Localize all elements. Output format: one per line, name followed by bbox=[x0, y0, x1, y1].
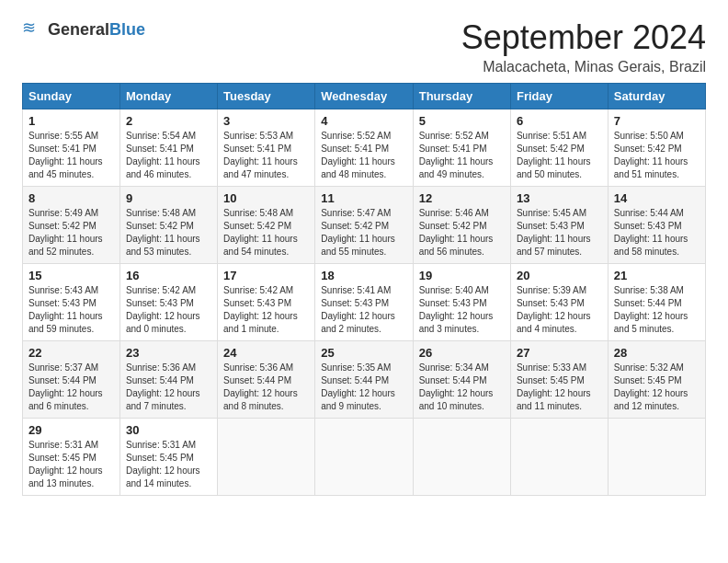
day-info: Sunrise: 5:34 AMSunset: 5:44 PMDaylight:… bbox=[419, 362, 505, 413]
calendar-cell: 20 Sunrise: 5:39 AMSunset: 5:43 PMDaylig… bbox=[510, 264, 608, 341]
weekday-header-monday: Monday bbox=[120, 84, 218, 109]
day-number: 15 bbox=[28, 269, 114, 282]
day-info: Sunrise: 5:42 AMSunset: 5:43 PMDaylight:… bbox=[223, 284, 309, 336]
calendar-cell: 12 Sunrise: 5:46 AMSunset: 5:42 PMDaylig… bbox=[413, 187, 510, 264]
calendar-cell: 1 Sunrise: 5:55 AMSunset: 5:41 PMDayligh… bbox=[23, 109, 120, 187]
weekday-header-sunday: Sunday bbox=[23, 84, 120, 109]
day-info: Sunrise: 5:32 AMSunset: 5:45 PMDaylight:… bbox=[614, 362, 700, 413]
day-number: 10 bbox=[223, 191, 309, 205]
calendar-cell: 21 Sunrise: 5:38 AMSunset: 5:44 PMDaylig… bbox=[608, 264, 705, 341]
calendar-week-row: 1 Sunrise: 5:55 AMSunset: 5:41 PMDayligh… bbox=[23, 109, 706, 187]
calendar-cell: 19 Sunrise: 5:40 AMSunset: 5:43 PMDaylig… bbox=[413, 264, 510, 341]
month-title: September 2024 bbox=[461, 18, 706, 57]
day-number: 27 bbox=[517, 346, 602, 360]
calendar-week-row: 29 Sunrise: 5:31 AMSunset: 5:45 PMDaylig… bbox=[23, 419, 706, 496]
calendar-week-row: 15 Sunrise: 5:43 AMSunset: 5:43 PMDaylig… bbox=[23, 264, 706, 341]
logo: ≋ GeneralBlue bbox=[22, 18, 145, 40]
day-info: Sunrise: 5:51 AMSunset: 5:42 PMDaylight:… bbox=[517, 130, 602, 181]
calendar-cell: 25 Sunrise: 5:35 AMSunset: 5:44 PMDaylig… bbox=[315, 341, 414, 419]
day-number: 6 bbox=[517, 114, 602, 128]
calendar-cell: 6 Sunrise: 5:51 AMSunset: 5:42 PMDayligh… bbox=[510, 109, 608, 187]
day-number: 13 bbox=[517, 191, 602, 205]
calendar-cell: 23 Sunrise: 5:36 AMSunset: 5:44 PMDaylig… bbox=[120, 341, 218, 419]
logo-icon: ≋ bbox=[22, 18, 44, 40]
calendar-cell: 16 Sunrise: 5:42 AMSunset: 5:43 PMDaylig… bbox=[120, 264, 218, 341]
calendar-cell: 7 Sunrise: 5:50 AMSunset: 5:42 PMDayligh… bbox=[608, 109, 705, 187]
calendar-table: SundayMondayTuesdayWednesdayThursdayFrid… bbox=[22, 83, 706, 496]
day-info: Sunrise: 5:31 AMSunset: 5:45 PMDaylight:… bbox=[28, 439, 114, 490]
calendar-cell: 3 Sunrise: 5:53 AMSunset: 5:41 PMDayligh… bbox=[218, 109, 315, 187]
calendar-cell: 13 Sunrise: 5:45 AMSunset: 5:43 PMDaylig… bbox=[510, 187, 608, 264]
day-info: Sunrise: 5:46 AMSunset: 5:42 PMDaylight:… bbox=[419, 207, 505, 259]
calendar-cell: 27 Sunrise: 5:33 AMSunset: 5:45 PMDaylig… bbox=[510, 341, 608, 419]
calendar-cell: 15 Sunrise: 5:43 AMSunset: 5:43 PMDaylig… bbox=[23, 264, 120, 341]
day-info: Sunrise: 5:45 AMSunset: 5:43 PMDaylight:… bbox=[517, 207, 602, 259]
day-info: Sunrise: 5:38 AMSunset: 5:44 PMDaylight:… bbox=[614, 284, 700, 336]
day-number: 30 bbox=[126, 423, 211, 437]
svg-text:≋: ≋ bbox=[22, 18, 36, 37]
day-number: 21 bbox=[614, 269, 700, 282]
logo-blue: Blue bbox=[109, 20, 145, 39]
weekday-header-saturday: Saturday bbox=[608, 84, 705, 109]
day-number: 11 bbox=[321, 191, 407, 205]
day-info: Sunrise: 5:48 AMSunset: 5:42 PMDaylight:… bbox=[223, 207, 309, 259]
day-info: Sunrise: 5:37 AMSunset: 5:44 PMDaylight:… bbox=[28, 362, 114, 413]
calendar-cell: 26 Sunrise: 5:34 AMSunset: 5:44 PMDaylig… bbox=[413, 341, 510, 419]
day-number: 28 bbox=[614, 346, 700, 360]
day-number: 26 bbox=[419, 346, 505, 360]
calendar-cell bbox=[608, 419, 705, 496]
day-info: Sunrise: 5:54 AMSunset: 5:41 PMDaylight:… bbox=[126, 130, 211, 181]
day-number: 5 bbox=[419, 114, 505, 128]
calendar-week-row: 8 Sunrise: 5:49 AMSunset: 5:42 PMDayligh… bbox=[23, 187, 706, 264]
day-number: 1 bbox=[28, 114, 114, 128]
calendar-cell: 28 Sunrise: 5:32 AMSunset: 5:45 PMDaylig… bbox=[608, 341, 705, 419]
day-info: Sunrise: 5:36 AMSunset: 5:44 PMDaylight:… bbox=[223, 362, 309, 413]
day-info: Sunrise: 5:42 AMSunset: 5:43 PMDaylight:… bbox=[126, 284, 211, 336]
calendar-cell bbox=[218, 419, 315, 496]
calendar-cell: 5 Sunrise: 5:52 AMSunset: 5:41 PMDayligh… bbox=[413, 109, 510, 187]
calendar-cell: 22 Sunrise: 5:37 AMSunset: 5:44 PMDaylig… bbox=[23, 341, 120, 419]
calendar-cell: 9 Sunrise: 5:48 AMSunset: 5:42 PMDayligh… bbox=[120, 187, 218, 264]
weekday-header-wednesday: Wednesday bbox=[315, 84, 414, 109]
calendar-cell: 30 Sunrise: 5:31 AMSunset: 5:45 PMDaylig… bbox=[120, 419, 218, 496]
day-number: 4 bbox=[321, 114, 407, 128]
day-info: Sunrise: 5:33 AMSunset: 5:45 PMDaylight:… bbox=[517, 362, 602, 413]
calendar-cell: 14 Sunrise: 5:44 AMSunset: 5:43 PMDaylig… bbox=[608, 187, 705, 264]
day-number: 2 bbox=[126, 114, 211, 128]
day-info: Sunrise: 5:55 AMSunset: 5:41 PMDaylight:… bbox=[28, 130, 114, 181]
page-header: ≋ GeneralBlue September 2024 Malacacheta… bbox=[22, 18, 706, 75]
day-info: Sunrise: 5:48 AMSunset: 5:42 PMDaylight:… bbox=[126, 207, 211, 259]
day-info: Sunrise: 5:40 AMSunset: 5:43 PMDaylight:… bbox=[419, 284, 505, 336]
day-info: Sunrise: 5:53 AMSunset: 5:41 PMDaylight:… bbox=[223, 130, 309, 181]
calendar-cell: 18 Sunrise: 5:41 AMSunset: 5:43 PMDaylig… bbox=[315, 264, 414, 341]
location-title: Malacacheta, Minas Gerais, Brazil bbox=[461, 59, 706, 75]
calendar-cell: 4 Sunrise: 5:52 AMSunset: 5:41 PMDayligh… bbox=[315, 109, 414, 187]
day-number: 3 bbox=[223, 114, 309, 128]
day-number: 17 bbox=[223, 269, 309, 282]
day-info: Sunrise: 5:52 AMSunset: 5:41 PMDaylight:… bbox=[419, 130, 505, 181]
calendar-cell bbox=[315, 419, 414, 496]
calendar-cell: 11 Sunrise: 5:47 AMSunset: 5:42 PMDaylig… bbox=[315, 187, 414, 264]
day-number: 8 bbox=[28, 191, 114, 205]
day-number: 12 bbox=[419, 191, 505, 205]
day-info: Sunrise: 5:44 AMSunset: 5:43 PMDaylight:… bbox=[614, 207, 700, 259]
day-info: Sunrise: 5:35 AMSunset: 5:44 PMDaylight:… bbox=[321, 362, 407, 413]
weekday-header-row: SundayMondayTuesdayWednesdayThursdayFrid… bbox=[23, 84, 706, 109]
day-info: Sunrise: 5:47 AMSunset: 5:42 PMDaylight:… bbox=[321, 207, 407, 259]
day-info: Sunrise: 5:49 AMSunset: 5:42 PMDaylight:… bbox=[28, 207, 114, 259]
day-number: 14 bbox=[614, 191, 700, 205]
day-number: 18 bbox=[321, 269, 407, 282]
calendar-cell: 29 Sunrise: 5:31 AMSunset: 5:45 PMDaylig… bbox=[23, 419, 120, 496]
calendar-cell: 8 Sunrise: 5:49 AMSunset: 5:42 PMDayligh… bbox=[23, 187, 120, 264]
day-number: 25 bbox=[321, 346, 407, 360]
day-info: Sunrise: 5:39 AMSunset: 5:43 PMDaylight:… bbox=[517, 284, 602, 336]
calendar-cell: 10 Sunrise: 5:48 AMSunset: 5:42 PMDaylig… bbox=[218, 187, 315, 264]
day-info: Sunrise: 5:31 AMSunset: 5:45 PMDaylight:… bbox=[126, 439, 211, 490]
day-info: Sunrise: 5:36 AMSunset: 5:44 PMDaylight:… bbox=[126, 362, 211, 413]
logo-general: General bbox=[48, 20, 109, 39]
day-number: 7 bbox=[614, 114, 700, 128]
calendar-week-row: 22 Sunrise: 5:37 AMSunset: 5:44 PMDaylig… bbox=[23, 341, 706, 419]
day-info: Sunrise: 5:50 AMSunset: 5:42 PMDaylight:… bbox=[614, 130, 700, 181]
day-number: 22 bbox=[28, 346, 114, 360]
calendar-cell: 17 Sunrise: 5:42 AMSunset: 5:43 PMDaylig… bbox=[218, 264, 315, 341]
